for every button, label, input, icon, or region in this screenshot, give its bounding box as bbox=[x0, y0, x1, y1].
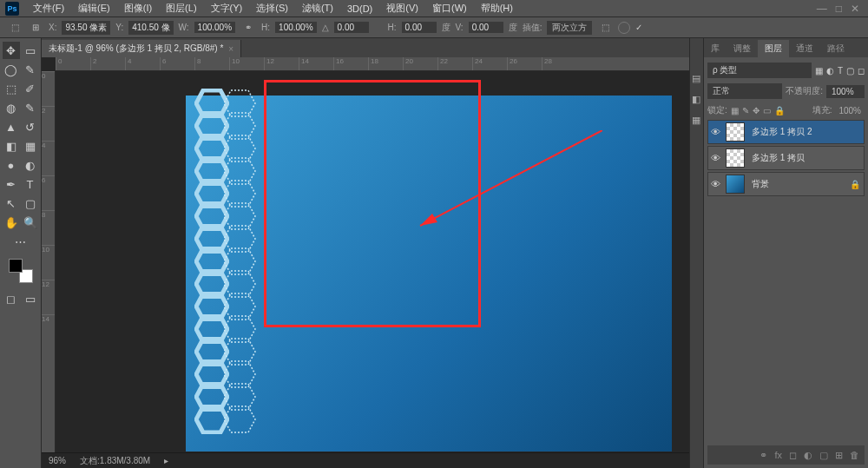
brush-tool[interactable]: ✎ bbox=[22, 99, 39, 116]
path-tool[interactable]: ↖ bbox=[3, 194, 20, 212]
skew-v-input[interactable]: 0.00 bbox=[469, 22, 503, 33]
w-input[interactable]: 100.00% bbox=[194, 22, 235, 33]
layer-thumbnail[interactable] bbox=[726, 175, 745, 194]
status-chevron-icon[interactable]: ▸ bbox=[164, 456, 168, 465]
maximize-icon[interactable]: □ bbox=[836, 3, 842, 15]
lock-all-icon[interactable]: 🔒 bbox=[774, 106, 785, 115]
visibility-icon[interactable]: 👁 bbox=[708, 127, 722, 137]
blend-mode-select[interactable]: 正常 bbox=[707, 83, 782, 99]
tab-layers[interactable]: 图层 bbox=[758, 40, 789, 57]
gradient-tool[interactable]: ▦ bbox=[22, 137, 39, 155]
artboard[interactable] bbox=[186, 96, 672, 452]
collapsed-color-icon[interactable]: ◧ bbox=[692, 94, 702, 104]
document-tab[interactable]: 未标题-1 @ 96% (多边形 1 拷贝 2, RGB/8#) * × bbox=[42, 40, 241, 57]
ruler-horizontal[interactable]: 0246810121416182022242628 bbox=[56, 57, 689, 71]
adjustment-layer-icon[interactable]: ◐ bbox=[804, 450, 812, 461]
doc-info[interactable]: 文档:1.83M/3.80M bbox=[80, 455, 150, 467]
hand-tool[interactable]: ✋ bbox=[3, 214, 20, 231]
menu-file[interactable]: 文件(F) bbox=[26, 2, 71, 15]
layer-item[interactable]: 👁 多边形 1 拷贝 2 bbox=[707, 120, 865, 144]
pen-tool[interactable]: ✒ bbox=[3, 175, 20, 193]
dodge-tool[interactable]: ◐ bbox=[22, 156, 39, 174]
menu-filter[interactable]: 滤镜(T) bbox=[295, 2, 340, 15]
foreground-color[interactable] bbox=[9, 259, 23, 273]
color-swatches[interactable] bbox=[9, 259, 33, 283]
crop-tool[interactable]: ⬚ bbox=[3, 80, 20, 97]
collapsed-history-icon[interactable]: ▤ bbox=[692, 73, 702, 83]
menu-window[interactable]: 窗口(W) bbox=[425, 2, 474, 15]
link-layers-icon[interactable]: ⚭ bbox=[760, 450, 767, 461]
history-brush-tool[interactable]: ↺ bbox=[22, 118, 39, 135]
layer-style-icon[interactable]: fx bbox=[774, 450, 782, 460]
menu-image[interactable]: 图像(I) bbox=[117, 2, 159, 15]
tab-paths[interactable]: 路径 bbox=[820, 40, 852, 57]
quickmask-tool[interactable]: ◻ bbox=[3, 290, 20, 307]
zoom-level[interactable]: 96% bbox=[49, 456, 66, 465]
interp-select[interactable]: 两次立方 bbox=[547, 21, 592, 35]
menu-type[interactable]: 文字(Y) bbox=[204, 2, 250, 15]
reference-point-icon[interactable]: ⊞ bbox=[28, 20, 43, 36]
move-tool[interactable]: ✥ bbox=[3, 42, 20, 59]
minimize-icon[interactable]: — bbox=[817, 3, 827, 15]
filter-type-icon[interactable]: T bbox=[838, 66, 843, 76]
lock-transparency-icon[interactable]: ▦ bbox=[731, 106, 739, 115]
menu-select[interactable]: 选择(S) bbox=[249, 2, 295, 15]
tab-close-icon[interactable]: × bbox=[228, 44, 233, 54]
layer-name[interactable]: 背景 bbox=[748, 178, 846, 190]
opacity-input[interactable]: 100% bbox=[826, 85, 865, 98]
angle-input[interactable]: 0.00 bbox=[334, 22, 369, 33]
eyedropper-tool[interactable]: ✐ bbox=[22, 80, 39, 97]
zoom-tool[interactable]: 🔍 bbox=[22, 214, 39, 231]
visibility-icon[interactable]: 👁 bbox=[708, 179, 722, 189]
y-input[interactable]: 410.50 像 bbox=[128, 21, 173, 35]
visibility-icon[interactable]: 👁 bbox=[708, 153, 722, 163]
layer-item[interactable]: 👁 多边形 1 拷贝 bbox=[707, 146, 865, 170]
eraser-tool[interactable]: ◧ bbox=[3, 137, 20, 155]
lock-artboard-icon[interactable]: ▭ bbox=[763, 106, 771, 115]
heal-tool[interactable]: ◍ bbox=[3, 99, 20, 116]
menu-3d[interactable]: 3D(D) bbox=[340, 3, 379, 14]
lock-position-icon[interactable]: ✥ bbox=[753, 106, 760, 115]
new-layer-icon[interactable]: ⊞ bbox=[835, 450, 843, 461]
menu-help[interactable]: 帮助(H) bbox=[474, 2, 520, 15]
transform-icon[interactable]: ⬚ bbox=[7, 20, 23, 36]
fill-input[interactable]: 100% bbox=[835, 105, 865, 116]
x-input[interactable]: 93.50 像素 bbox=[62, 21, 110, 35]
layer-mask-icon[interactable]: ◻ bbox=[789, 450, 797, 461]
wand-tool[interactable]: ✎ bbox=[22, 61, 39, 78]
lock-image-icon[interactable]: ✎ bbox=[742, 106, 749, 115]
menu-layer[interactable]: 图层(L) bbox=[159, 2, 203, 15]
screenmode-tool[interactable]: ▭ bbox=[22, 290, 39, 307]
shape-tool[interactable]: ▢ bbox=[22, 194, 39, 212]
filter-smart-icon[interactable]: ◻ bbox=[858, 66, 865, 76]
delete-layer-icon[interactable]: 🗑 bbox=[850, 450, 859, 460]
type-tool[interactable]: T bbox=[22, 175, 39, 193]
h-input[interactable]: 100.00% bbox=[275, 22, 316, 33]
layer-name[interactable]: 多边形 1 拷贝 2 bbox=[748, 126, 864, 138]
artboard-tool[interactable]: ▭ bbox=[22, 42, 39, 59]
stamp-tool[interactable]: ▲ bbox=[3, 118, 20, 135]
cancel-transform-icon[interactable] bbox=[618, 22, 630, 34]
layer-kind-select[interactable]: ρ 类型 bbox=[707, 63, 812, 78]
tab-library[interactable]: 库 bbox=[704, 40, 727, 57]
layer-item[interactable]: 👁 背景 🔒 bbox=[707, 172, 865, 196]
tab-adjustments[interactable]: 调整 bbox=[727, 40, 758, 57]
layer-thumbnail[interactable] bbox=[726, 122, 745, 142]
warp-icon[interactable]: ⬚ bbox=[597, 20, 613, 36]
skew-h-input[interactable]: 0.00 bbox=[402, 22, 437, 33]
layer-name[interactable]: 多边形 1 拷贝 bbox=[748, 152, 864, 164]
commit-icon[interactable]: ✓ bbox=[635, 23, 642, 32]
layer-thumbnail[interactable] bbox=[726, 148, 745, 168]
tab-channels[interactable]: 通道 bbox=[789, 40, 820, 57]
collapsed-swatches-icon[interactable]: ▦ bbox=[692, 115, 702, 125]
link-icon[interactable]: ⚭ bbox=[240, 20, 256, 36]
group-icon[interactable]: ▢ bbox=[819, 450, 828, 461]
menu-edit[interactable]: 编辑(E) bbox=[71, 2, 117, 15]
filter-pixel-icon[interactable]: ▦ bbox=[815, 66, 823, 76]
ruler-vertical[interactable]: 02468101214 bbox=[42, 71, 56, 452]
filter-adjust-icon[interactable]: ◐ bbox=[826, 66, 834, 76]
close-icon[interactable]: ✕ bbox=[851, 3, 859, 15]
filter-shape-icon[interactable]: ▢ bbox=[846, 66, 854, 76]
blur-tool[interactable]: ● bbox=[3, 156, 20, 174]
canvas[interactable] bbox=[56, 71, 689, 452]
